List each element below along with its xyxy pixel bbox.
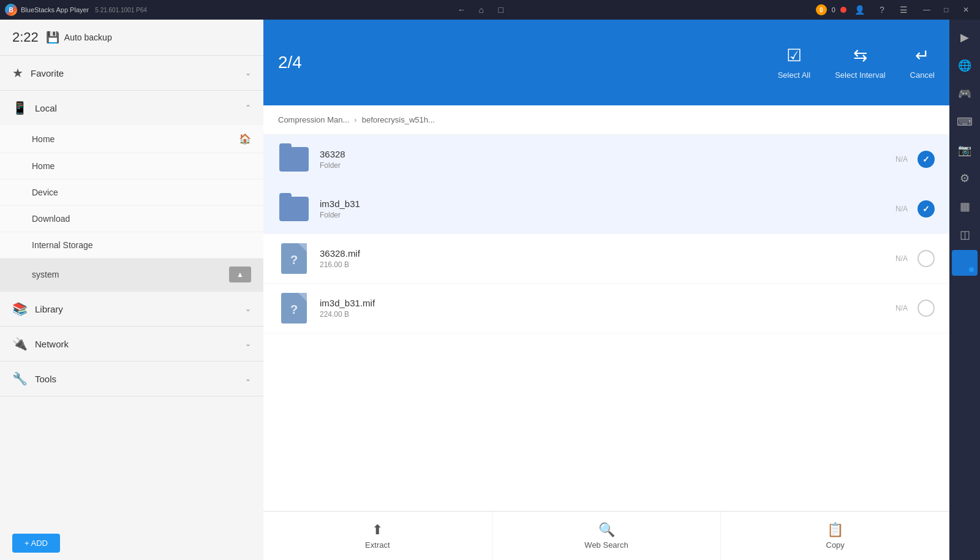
select-interval-action[interactable]: ⇆ Select Interval (835, 45, 885, 80)
rsp-grid-button[interactable]: ▦ (952, 194, 978, 219)
file-sub-36328-mif: 216.00 B (320, 260, 895, 269)
file-header: 2/4 ☑ Select All ⇆ Select Interval ↵ Can… (263, 20, 949, 105)
rsp-user-button[interactable]: 👤 (952, 250, 978, 276)
section-favorite-header[interactable]: ★ Favorite ⌄ (0, 56, 263, 90)
section-network-header[interactable]: 🔌 Network ⌄ (0, 327, 263, 361)
sidebar-item-internal-storage[interactable]: Internal Storage (0, 232, 263, 259)
unknown-file-icon-2: ? (281, 293, 307, 324)
status-dot (840, 7, 846, 13)
copy-label: Copy (826, 540, 845, 550)
select-all-action[interactable]: ☑ Select All (778, 45, 810, 80)
rsp-play-button[interactable]: ▶ (952, 25, 978, 50)
rsp-settings-button[interactable]: ⚙ (952, 165, 978, 191)
rsp-globe-button[interactable]: 🌐 (952, 53, 978, 78)
sidebar-header: 2:22 💾 Auto backup (0, 20, 263, 56)
web-search-button[interactable]: 🔍 Web Search (492, 512, 722, 560)
cancel-action[interactable]: ↵ Cancel (910, 45, 935, 80)
folder-shape (279, 147, 309, 172)
file-info-36328: 36328 Folder (320, 149, 895, 170)
sidebar-time: 2:22 (12, 29, 39, 45)
library-label: Library (35, 304, 63, 314)
sidebar: 2:22 💾 Auto backup ★ Favorite ⌄ 📱 Local (0, 20, 263, 560)
file-item-36328-mif[interactable]: ? 36328.mif 216.00 B N/A (263, 234, 949, 284)
cancel-label: Cancel (910, 70, 935, 80)
select-all-label: Select All (778, 70, 810, 80)
section-favorite: ★ Favorite ⌄ (0, 56, 263, 91)
folder-icon-im3d (278, 193, 310, 225)
app-title: BlueStacks App Player (21, 6, 89, 13)
section-local-header[interactable]: 📱 Local ⌃ (0, 91, 263, 125)
help-button[interactable]: ? (873, 2, 891, 17)
file-item-im3d-b31[interactable]: im3d_b31 Folder N/A (263, 184, 949, 234)
extract-icon: ⬆ (372, 522, 383, 538)
cancel-icon: ↵ (915, 45, 929, 66)
coin-icon: 0 (816, 4, 827, 15)
file-sub-im3d-mif: 224.00 B (320, 310, 895, 319)
maximize-button[interactable]: □ (937, 2, 956, 17)
right-panel: 2/4 ☑ Select All ⇆ Select Interval ↵ Can… (263, 20, 949, 560)
section-library-left: 📚 Library (12, 301, 63, 316)
rsp-keyboard-button[interactable]: ⌨ (952, 109, 978, 135)
local-icon: 📱 (12, 100, 28, 115)
select-all-icon: ☑ (786, 45, 802, 66)
home2-left: Home (32, 161, 55, 171)
add-button[interactable]: + ADD (12, 534, 60, 553)
system-label: system (32, 270, 59, 279)
sidebar-item-download[interactable]: Download (0, 206, 263, 232)
internal-storage-label: Internal Storage (32, 240, 93, 250)
eject-button[interactable]: ▲ (229, 267, 251, 282)
extract-button[interactable]: ⬆ Extract (263, 512, 492, 560)
breadcrumb-beforecrysis[interactable]: beforecrysis_w51h... (362, 115, 435, 124)
copy-button[interactable]: 📋 Copy (721, 512, 949, 560)
minimize-button[interactable]: — (918, 2, 936, 17)
rsp-gamepad-button[interactable]: 🎮 (952, 81, 978, 107)
sidebar-item-system[interactable]: system ▲ (0, 259, 263, 291)
tools-chevron: ⌄ (245, 374, 251, 383)
section-tools-header[interactable]: 🔧 Tools ⌄ (0, 361, 263, 396)
file-icon-36328-mif: ? (278, 243, 310, 274)
profile-button[interactable]: 👤 (851, 2, 869, 17)
section-favorite-left: ★ Favorite (12, 66, 64, 80)
file-item-36328[interactable]: 36328 Folder N/A (263, 135, 949, 184)
file-list: 36328 Folder N/A im3d_b31 Folder N/A (263, 135, 949, 511)
local-items: Home 🏠 Home Device Download Internal Sto… (0, 125, 263, 291)
nav-back-button[interactable]: ← (453, 2, 470, 17)
file-checkbox-im3d[interactable] (918, 200, 935, 218)
sidebar-item-home1[interactable]: Home 🏠 (0, 125, 263, 153)
download-label: Download (32, 214, 70, 224)
close-button[interactable]: ✕ (957, 2, 975, 17)
right-side-panel: ▶ 🌐 🎮 ⌨ 📷 ⚙ ▦ ◫ 👤 (949, 20, 980, 560)
breadcrumb-sep: › (354, 115, 356, 124)
file-info-36328-mif: 36328.mif 216.00 B (320, 248, 895, 269)
select-interval-label: Select Interval (835, 70, 885, 80)
file-sub-im3d: Folder (320, 211, 895, 219)
rsp-apps-button[interactable]: ◫ (952, 222, 978, 248)
copy-icon: 📋 (827, 522, 843, 538)
sidebar-item-device[interactable]: Device (0, 180, 263, 206)
breadcrumb: Compression Man... › beforecrysis_w51h..… (263, 105, 949, 135)
file-info-im3d: im3d_b31 Folder (320, 199, 895, 219)
file-checkbox-im3d-mif[interactable] (918, 300, 935, 317)
sidebar-item-home2[interactable]: Home (0, 153, 263, 180)
file-checkbox-36328[interactable] (918, 151, 935, 168)
nav-home-button[interactable]: ⌂ (473, 2, 490, 17)
file-name-36328: 36328 (320, 149, 895, 159)
section-library-header[interactable]: 📚 Library ⌄ (0, 292, 263, 326)
rsp-portrait-button[interactable]: 📷 (952, 137, 978, 163)
file-icon-im3d-mif: ? (278, 292, 310, 324)
title-bar-nav: ← ⌂ □ (453, 2, 510, 17)
file-item-im3d-b31-mif[interactable]: ? im3d_b31.mif 224.00 B N/A (263, 284, 949, 333)
app-logo: B (5, 4, 17, 16)
nav-recent-button[interactable]: □ (492, 2, 510, 17)
coin-count: 0 (832, 6, 835, 13)
file-name-im3d: im3d_b31 (320, 199, 895, 209)
breadcrumb-compression[interactable]: Compression Man... (278, 115, 349, 124)
ip-address: 5.21.601.1001 P64 (95, 7, 147, 13)
tools-label: Tools (35, 374, 56, 384)
file-date-im3d: N/A (895, 205, 908, 213)
file-info-im3d-mif: im3d_b31.mif 224.00 B (320, 298, 895, 319)
menu-button[interactable]: ☰ (895, 2, 913, 17)
title-bar: B BlueStacks App Player 5.21.601.1001 P6… (0, 0, 980, 20)
auto-backup: 💾 Auto backup (46, 31, 112, 44)
file-checkbox-36328-mif[interactable] (918, 250, 935, 267)
